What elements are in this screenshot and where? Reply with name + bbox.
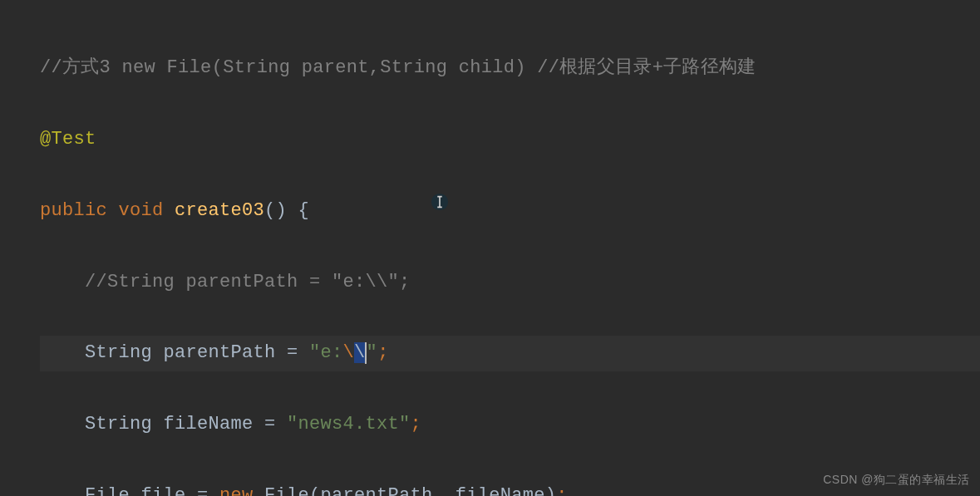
- comment-text: //方式3 new File(String parent,String chil…: [40, 57, 756, 78]
- code-editor[interactable]: //方式3 new File(String parent,String chil…: [0, 0, 980, 496]
- watermark-text: CSDN @狗二蛋的幸福生活: [823, 469, 970, 491]
- code-line: //String parentPath = "e:\\";: [40, 265, 980, 301]
- string-literal: "e:: [309, 342, 343, 363]
- code-line: @Test: [40, 122, 980, 158]
- syntax: () {: [264, 200, 309, 221]
- string-literal: "news4.txt": [287, 414, 411, 435]
- code-text: String parentPath =: [85, 342, 309, 363]
- annotation-text: @Test: [40, 129, 96, 150]
- semicolon: ;: [377, 342, 389, 363]
- keyword: new: [219, 485, 254, 496]
- semicolon: ;: [411, 414, 422, 435]
- code-line: public void create03() {: [40, 194, 980, 229]
- escape-char: \: [343, 342, 355, 363]
- keyword: void: [119, 200, 164, 221]
- string-literal: ": [367, 342, 378, 363]
- semicolon: ;: [556, 485, 568, 496]
- code-text: fileName): [444, 485, 556, 496]
- code-text: String fileName =: [85, 414, 287, 435]
- method-name: create03: [175, 200, 264, 221]
- text-selection: \: [354, 342, 366, 363]
- comment-text: //String parentPath = "e:\\";: [85, 272, 411, 292]
- comma: ,: [433, 485, 445, 496]
- code-text: File(parentPath: [254, 485, 433, 496]
- code-text: File file =: [85, 485, 219, 496]
- current-line-highlight: String parentPath = "e:\\";: [40, 336, 980, 371]
- code-line: //方式3 new File(String parent,String chil…: [40, 51, 980, 86]
- keyword: public: [40, 200, 107, 221]
- code-line: String fileName = "news4.txt";: [40, 407, 980, 443]
